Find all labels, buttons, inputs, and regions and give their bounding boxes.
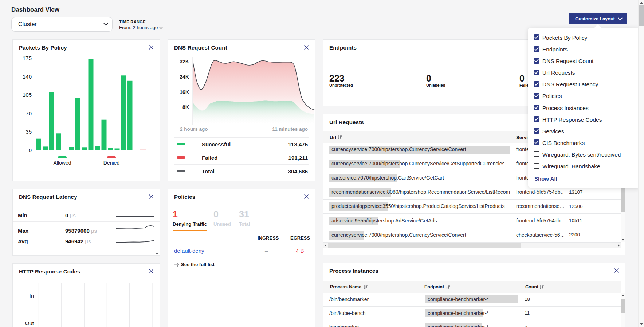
svg-text:35: 35 <box>25 129 32 135</box>
svg-text:Denied: Denied <box>103 160 119 166</box>
svg-text:8K: 8K <box>182 104 189 110</box>
svg-text:140: 140 <box>23 74 32 80</box>
svg-text:0: 0 <box>29 147 32 153</box>
svg-text:16K: 16K <box>180 89 189 95</box>
svg-text:32K: 32K <box>180 59 189 64</box>
svg-text:Out: Out <box>25 320 34 326</box>
svg-text:11 minutes ago: 11 minutes ago <box>272 126 308 132</box>
svg-text:105: 105 <box>23 92 32 98</box>
svg-text:175: 175 <box>23 55 32 61</box>
svg-text:In: In <box>29 292 34 299</box>
svg-text:Allowed: Allowed <box>53 160 71 166</box>
svg-text:24K: 24K <box>180 74 189 80</box>
svg-text:2 hours ago: 2 hours ago <box>180 126 208 132</box>
svg-text:70: 70 <box>25 110 32 117</box>
